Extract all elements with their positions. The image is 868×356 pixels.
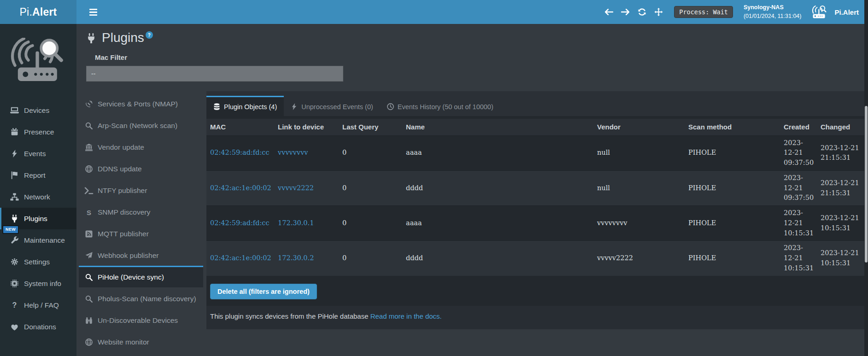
plugin-nav-item-pihole-device-sync[interactable]: PiHole (Device sync) bbox=[79, 266, 203, 287]
tab-label: Plugin Objects (4) bbox=[224, 103, 277, 111]
tab-unprocessed-events-0[interactable]: Unprocessed Events (0) bbox=[284, 96, 380, 116]
sidebar-toggle-button[interactable] bbox=[83, 0, 103, 24]
sidebar-item-help-faq[interactable]: ?Help / FAQ bbox=[0, 294, 76, 316]
process-status-badge: Process: Wait bbox=[674, 6, 733, 18]
cell-mac-link[interactable]: 02:42:ac:1e:00:02 bbox=[210, 184, 271, 192]
host-datetime: (01/01/2024, 11:31:04) bbox=[744, 12, 802, 21]
docs-link[interactable]: Read more in the docs. bbox=[370, 312, 442, 320]
heart-icon bbox=[10, 323, 19, 331]
plugin-nav-item-mqtt-publisher[interactable]: MQTT publisher bbox=[79, 222, 203, 244]
bolt-icon bbox=[291, 103, 298, 110]
mac-filter-input[interactable] bbox=[86, 66, 343, 82]
question-icon: ? bbox=[10, 301, 19, 309]
plugin-nav-item-webhook-publisher[interactable]: Webhook publisher bbox=[79, 244, 203, 266]
main-sidebar: DevicesPresenceEventsReportNetworkPlugin… bbox=[0, 24, 76, 356]
sidebar-item-settings[interactable]: Settings bbox=[0, 251, 76, 273]
cell-changed: 2023-12-21 21:15:31 bbox=[817, 135, 864, 170]
plugin-nav-item-vendor-update[interactable]: Vendor update bbox=[79, 136, 203, 158]
sidebar-item-maintenance[interactable]: MaintenanceNEW bbox=[0, 229, 76, 251]
bolt-icon bbox=[10, 150, 19, 158]
cell-scan-method: PIHOLE bbox=[685, 135, 780, 170]
plugin-nav-item-snmp-discovery[interactable]: SSNMP discovery bbox=[79, 201, 203, 222]
sidebar-item-report[interactable]: Report bbox=[0, 164, 76, 186]
sidebar-item-label: Events bbox=[24, 150, 46, 158]
plugin-nav-item-services-ports-nmap[interactable]: Services & Ports (NMAP) bbox=[79, 93, 203, 114]
plugin-nav-item-arp-scan-network-scan[interactable]: Arp-Scan (Network scan) bbox=[79, 114, 203, 136]
col-header-name: Name bbox=[402, 119, 593, 135]
cell-device-link[interactable]: 172.30.0.2 bbox=[278, 254, 314, 262]
cell-mac-link[interactable]: 02:42:59:ad:fd:cc bbox=[210, 219, 270, 227]
cell-changed: 2023-12-21 10:15:31 bbox=[817, 206, 864, 241]
plug-icon bbox=[10, 215, 19, 222]
plugin-nav-label: Webhook publisher bbox=[98, 251, 158, 260]
search-icon bbox=[84, 274, 94, 281]
search-icon bbox=[84, 295, 94, 303]
plugin-nav-label: Services & Ports (NMAP) bbox=[98, 100, 178, 108]
cell-device: vvvvvvvv bbox=[274, 135, 339, 170]
sidebar-item-network[interactable]: Network bbox=[0, 186, 76, 208]
brand-prefix: Pi. bbox=[20, 6, 32, 18]
cell-last-query: 0 bbox=[339, 170, 402, 205]
nav-maximize-button[interactable] bbox=[654, 8, 663, 16]
cell-device-link[interactable]: 172.30.0.1 bbox=[278, 219, 314, 227]
cell-mac-link[interactable]: 02:42:ac:1e:00:02 bbox=[210, 254, 271, 262]
cell-changed: 2023-12-21 21:15:31 bbox=[817, 170, 864, 205]
dish-icon bbox=[84, 100, 94, 108]
plugin-nav-label: SNMP discovery bbox=[98, 208, 150, 216]
plugin-nav-label: NTFY publisher bbox=[98, 187, 147, 195]
flag-icon bbox=[10, 171, 19, 179]
sidebar-item-donations[interactable]: Donations bbox=[0, 316, 76, 338]
col-header-vendor: Vendor bbox=[593, 119, 685, 135]
table-row: 02:42:59:ad:fd:ccvvvvvvvv0aaaanullPIHOLE… bbox=[206, 135, 864, 170]
top-navbar: Pi.Alert Process: Wait Synology-NAS (01/… bbox=[0, 0, 864, 24]
cell-last-query: 0 bbox=[339, 241, 402, 276]
plugin-nav-label: PiHole (Device sync) bbox=[98, 273, 164, 281]
microchip-icon bbox=[10, 280, 19, 287]
col-header-last-query: Last Query bbox=[339, 119, 402, 135]
terminal-icon bbox=[84, 187, 94, 194]
tab-events-history-50-out-of-10000[interactable]: Events History (50 out of 10000) bbox=[380, 96, 500, 116]
plugin-nav-label: Pholus-Scan (Name discovery) bbox=[98, 295, 196, 303]
sidebar-item-devices[interactable]: Devices bbox=[0, 99, 76, 121]
sidebar-menu: DevicesPresenceEventsReportNetworkPlugin… bbox=[0, 99, 76, 338]
sidebar-item-label: Devices bbox=[24, 106, 49, 115]
cell-created: 2023-12-21 09:37:50 bbox=[780, 170, 817, 205]
plugin-nav-item-website-monitor[interactable]: Website monitor bbox=[79, 331, 203, 352]
help-badge[interactable]: ? bbox=[146, 31, 153, 39]
scrollbar-thumb[interactable] bbox=[865, 106, 868, 263]
bank-icon bbox=[84, 144, 94, 151]
nav-forward-button[interactable] bbox=[621, 8, 630, 16]
sidebar-item-presence[interactable]: Presence bbox=[0, 121, 76, 143]
delete-all-button[interactable]: Delete all (filters are ignored) bbox=[210, 284, 317, 299]
cell-device: 172.30.0.1 bbox=[274, 206, 339, 241]
page-title: Plugins bbox=[102, 30, 144, 45]
sidebar-item-label: Plugins bbox=[24, 215, 47, 223]
sidebar-item-events[interactable]: Events bbox=[0, 143, 76, 164]
tab-strip: Plugin Objects (4)Unprocessed Events (0)… bbox=[206, 91, 864, 116]
hamburger-icon bbox=[89, 9, 97, 16]
sidebar-item-system-info[interactable]: System info bbox=[0, 273, 76, 294]
sidebar-item-label: Maintenance bbox=[24, 236, 65, 245]
plugin-nav-label: MQTT publisher bbox=[98, 230, 149, 238]
globe-icon bbox=[84, 338, 94, 346]
plugin-nav-item-ddns-update[interactable]: DDNS update bbox=[79, 158, 203, 179]
plugin-description: This plugin syncs devices from the PiHol… bbox=[206, 306, 864, 329]
brand-logo[interactable]: Pi.Alert bbox=[0, 0, 76, 24]
cell-mac-link[interactable]: 02:42:59:ad:fd:cc bbox=[210, 149, 270, 156]
binoculars-icon bbox=[84, 317, 94, 324]
tab-plugin-objects-4[interactable]: Plugin Objects (4) bbox=[206, 96, 284, 116]
tab-label: Events History (50 out of 10000) bbox=[398, 103, 493, 111]
cell-device-link[interactable]: vvvvvvvv bbox=[278, 149, 308, 156]
cell-device-link[interactable]: vvvvv2222 bbox=[278, 184, 314, 192]
cell-vendor: null bbox=[593, 170, 685, 205]
plugin-nav-item-ntfy-publisher[interactable]: NTFY publisher bbox=[79, 179, 203, 201]
paper-plane-icon bbox=[84, 252, 94, 259]
sidebar-item-label: Settings bbox=[24, 258, 50, 266]
cell-created: 2023-12-21 09:37:50 bbox=[780, 135, 817, 170]
page-scrollbar[interactable] bbox=[864, 0, 868, 356]
nav-refresh-button[interactable] bbox=[637, 8, 647, 16]
plugin-nav-item-pholus-scan-name-discovery[interactable]: Pholus-Scan (Name discovery) bbox=[79, 287, 203, 309]
plugin-nav-item-un-discoverable-devices[interactable]: Un-Discoverable Devices bbox=[79, 309, 203, 331]
nav-back-button[interactable] bbox=[604, 8, 614, 16]
mac-filter-label: Mac Filter bbox=[95, 53, 864, 61]
